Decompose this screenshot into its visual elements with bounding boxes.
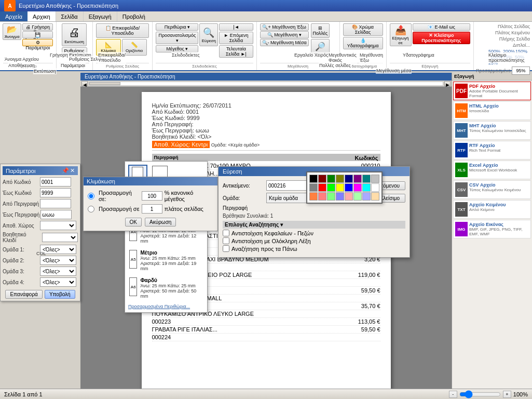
- color-olive[interactable]: [336, 175, 344, 183]
- scale-option2-input[interactable]: [142, 204, 162, 214]
- magnifier-button[interactable]: 🔎: [311, 39, 330, 54]
- from-code-input[interactable]: [40, 177, 71, 187]
- size-button[interactable]: Μέγεθος ▾: [156, 45, 198, 52]
- export-txt-item[interactable]: TXT Αρχείο Κειμένου Απλό Κείμενο: [453, 200, 531, 219]
- group3-select[interactable]: <Όλες>: [40, 267, 76, 276]
- check-whole-word[interactable]: [223, 237, 229, 244]
- to-code-input[interactable]: [40, 188, 71, 197]
- next-page-button[interactable]: ► Επόμενη Σελίδα: [219, 32, 253, 44]
- export-csv-item[interactable]: CSV CSV Αρχείο Τύπος Καλωμένου Κειμένου: [453, 180, 531, 199]
- scale-option2-radio[interactable]: [88, 206, 94, 212]
- color-silver[interactable]: [371, 175, 379, 183]
- params-button[interactable]: ⚙ Παράμετροι: [22, 39, 53, 46]
- export-mht-item[interactable]: MHT MHT Αρχείο Τύπος Καλωμένου Ιστοσελίδ…: [453, 121, 531, 140]
- export-img-item[interactable]: IMG Αρχείο Εικόνας BMP, GIF, JPEG, PNG, …: [453, 220, 531, 238]
- params-close-button[interactable]: ✕: [70, 167, 75, 174]
- color-lime[interactable]: [327, 183, 335, 192]
- color-gray[interactable]: [309, 183, 318, 192]
- zoom-150[interactable]: 150%: [515, 49, 527, 54]
- zoom-75[interactable]: 75%: [503, 55, 512, 60]
- color-darkred[interactable]: [318, 175, 326, 183]
- multi-page-button[interactable]: ⊞ Πολλές: [311, 23, 330, 38]
- zoom-slider[interactable]: [459, 392, 501, 397]
- quick-print-button[interactable]: 🖨 Γρήγορη Εκτ.: [22, 23, 53, 31]
- from-desc-input[interactable]: [40, 199, 71, 208]
- scroll-left-btn[interactable]: ◄: [81, 81, 88, 86]
- refresh-button[interactable]: Επανάφορά: [5, 290, 43, 299]
- custom-margins-link[interactable]: Προσαρμοσμένα Περιθώρια...: [128, 304, 204, 309]
- color-yellow[interactable]: [336, 183, 344, 192]
- color-darkgreen[interactable]: [327, 175, 335, 183]
- export-rtf-item[interactable]: RTF RTF Αρχείο Rich Text Format: [453, 141, 531, 159]
- scroll-right-btn[interactable]: ►: [444, 81, 451, 86]
- save-button[interactable]: 💾 Αποθήκευση: [22, 31, 53, 38]
- watermark-button[interactable]: 💧 Υδατογράφημα: [343, 37, 383, 49]
- color-lightsalmon[interactable]: [318, 192, 326, 201]
- group4-select[interactable]: <Όλες>: [40, 277, 76, 287]
- group1-select[interactable]: <Όλες>: [40, 245, 76, 254]
- to-desc-input[interactable]: [40, 210, 72, 219]
- zoom-200[interactable]: 200%: [503, 49, 515, 54]
- zoom-100[interactable]: 100%: [490, 55, 502, 60]
- color-teal[interactable]: [362, 175, 371, 183]
- print-button[interactable]: 🖨 Εκτύπωση: [62, 23, 87, 46]
- tab-file[interactable]: Αρχεία: [0, 11, 28, 21]
- orientation-button[interactable]: Προσανατολισμός ▾: [156, 32, 198, 44]
- zoom-25[interactable]: 25%: [488, 60, 498, 65]
- margins-dropdown-button[interactable]: Περιθώρια ▾: [156, 23, 198, 31]
- zoom-500[interactable]: 500%: [488, 49, 500, 54]
- close-preview-button[interactable]: ✕ Κλείσιμο Προεπισκόπησης: [413, 32, 471, 44]
- zoom-custom-input[interactable]: [512, 66, 530, 75]
- warehouse-select[interactable]: [40, 221, 76, 230]
- last-page-button[interactable]: Τελευταία Σελίδα ►|: [219, 45, 253, 58]
- settings-button[interactable]: Ρυθμίσεις: [62, 47, 87, 55]
- scale-option1-radio[interactable]: [88, 193, 94, 200]
- tab-page[interactable]: Σελίδα: [56, 11, 84, 21]
- color-periwinkle[interactable]: [362, 192, 371, 201]
- color-red[interactable]: [318, 183, 326, 192]
- color-magenta[interactable]: [353, 183, 362, 192]
- open-file-button[interactable]: 📂 Άνοιγμα: [3, 23, 21, 40]
- first-page-button[interactable]: |◄: [219, 23, 253, 31]
- zoom-out-button[interactable]: 🔍+ Μεγέθυνση Έξω: [260, 23, 309, 31]
- scale-cancel-button[interactable]: Ακύρωση: [145, 218, 176, 227]
- color-navy[interactable]: [345, 175, 353, 183]
- zoom-button[interactable]: 🔍 Μεγέθυνση ▾: [260, 31, 309, 38]
- helper-key-select[interactable]: [42, 233, 78, 242]
- zoom-in-status-btn[interactable]: +: [503, 391, 511, 398]
- export-html-item[interactable]: HTM HTML Αρχείο Ιστοσελίδα: [453, 101, 531, 120]
- color-peach[interactable]: [371, 192, 379, 201]
- tab-home[interactable]: Αρχικη: [28, 11, 56, 21]
- color-pink[interactable]: [345, 192, 353, 201]
- scroll-thumb[interactable]: [89, 82, 120, 85]
- check-upward[interactable]: [223, 245, 229, 252]
- page-color-button[interactable]: 🎨 Χρώμα Σελίδας: [343, 23, 383, 36]
- email-button[interactable]: 📧 E-Mail ως: [413, 23, 471, 31]
- color-lightgreen[interactable]: [327, 192, 335, 201]
- check-case[interactable]: [223, 230, 229, 236]
- params-pin-button[interactable]: 📌: [62, 167, 69, 174]
- tab-export[interactable]: Εξαγωγή: [84, 11, 117, 21]
- export-excel-item[interactable]: XLS Excel Αρχείο Microsoft Excel Workboo…: [453, 161, 531, 179]
- search-options-section[interactable]: Επιλογές Αναζήτησης ▾: [223, 221, 405, 229]
- color-white[interactable]: [371, 183, 379, 192]
- header-footer-button[interactable]: 📋 Επικεφαλίδα/Υποσέλιδο: [96, 23, 149, 38]
- submit-button[interactable]: Υποβολή: [45, 290, 75, 299]
- color-cyan[interactable]: [362, 183, 371, 192]
- scale-option1-input[interactable]: [142, 191, 162, 201]
- color-orange[interactable]: [309, 192, 318, 201]
- zoom-out-status-btn[interactable]: -: [449, 391, 457, 398]
- export-pdf-item[interactable]: PDF PDF Αρχείο Adobe Portable Document F…: [453, 82, 531, 100]
- tab-view[interactable]: Προβολή: [117, 11, 151, 21]
- color-purple[interactable]: [353, 175, 362, 183]
- group2-select[interactable]: <Όλες>: [40, 256, 76, 265]
- margin-button[interactable]: 📏 Οριζόντιο: [122, 39, 147, 56]
- find-button[interactable]: 🔍 Εύρεση: [199, 23, 218, 46]
- paper-medium[interactable]: A5 Μέτριο Άνω: 25 mm Κάτω: 25 mm Αριστερ…: [128, 249, 204, 272]
- zoom-50[interactable]: 50%: [515, 55, 524, 60]
- scroll-track[interactable]: [89, 82, 443, 86]
- color-lightblue[interactable]: [336, 192, 344, 201]
- paper-wide[interactable]: A6 Φαρδύ Άνω: 25 mm Κάτω: 25 mm Αριστερά…: [128, 276, 204, 300]
- scale-button[interactable]: 📐 Κλίμακα: [96, 39, 121, 56]
- color-blue[interactable]: [345, 183, 353, 192]
